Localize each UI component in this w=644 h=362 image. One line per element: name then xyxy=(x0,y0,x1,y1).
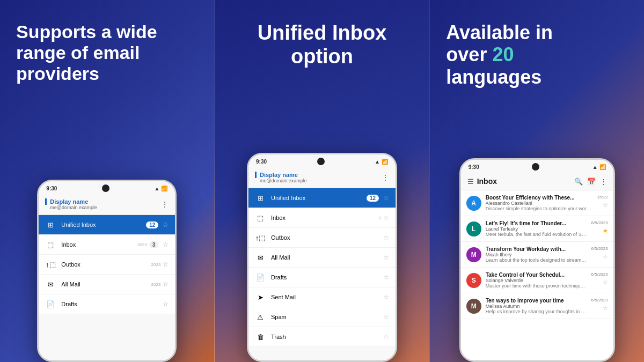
email-sender-3: Solange Valverde xyxy=(486,278,587,283)
spam-star-center[interactable]: ☆ xyxy=(383,313,389,321)
email-star-1[interactable]: ★ xyxy=(603,227,608,234)
panel-left-heading: Supports a wide range of email providers xyxy=(0,0,214,95)
email-time-0: 15:32 xyxy=(597,195,608,200)
status-bar-right: 9:30 ▲ 📶 xyxy=(461,160,613,173)
phone-mockup-center: 9:30 ▲ 📶 Display name me@domain.example … xyxy=(247,153,397,362)
unified-inbox-badge-center: 12 xyxy=(367,195,379,202)
panel-center-heading: Unified Inbox option xyxy=(215,0,429,79)
inbox-label-left: Inbox xyxy=(61,241,137,248)
notch-right xyxy=(532,163,539,171)
email-meta-4: 6/5/2023 ☆ xyxy=(591,298,608,312)
calendar-icon[interactable]: 📅 xyxy=(587,178,596,186)
email-star-0[interactable]: ☆ xyxy=(603,202,608,209)
account-name-center: Display name xyxy=(255,172,307,178)
drawer-header-center: Display name me@domain.example ⋮ xyxy=(248,167,396,188)
status-icons-right: ▲ 📶 xyxy=(592,164,606,170)
email-time-3: 6/5/2023 xyxy=(591,272,608,277)
outbox-icon-left: ↑⬚ xyxy=(45,259,56,270)
email-content-4: Ten ways to improve your time Melissa Au… xyxy=(486,298,587,314)
phone-mockup-right: 9:30 ▲ 📶 ☰ Inbox 🔍 📅 ⋮ xyxy=(459,158,615,362)
inbox-toolbar: ☰ Inbox 🔍 📅 ⋮ xyxy=(461,173,613,190)
drawer-account-center: Display name me@domain.example xyxy=(255,172,307,183)
menu-dots-left[interactable]: ⋮ xyxy=(161,200,169,209)
inbox-star-center[interactable]: ☆ xyxy=(383,214,389,221)
inbox-icon-center: ⬚ xyxy=(255,212,266,223)
drawer-item-inbox-left[interactable]: ⬚ Inbox 2023 3 ☆ xyxy=(39,235,175,255)
phone-mockup-left: 9:30 ▲ 📶 Display name me@domain.example … xyxy=(37,180,177,362)
drawer-item-outbox-left[interactable]: ↑⬚ Outbox 2023 ☆ xyxy=(39,255,175,275)
status-time-center: 9:30 xyxy=(256,159,267,165)
email-preview-4: Help us improve by sharing your thoughts… xyxy=(486,309,587,314)
unified-inbox-star-left[interactable]: ☆ xyxy=(163,221,169,228)
phone-screen-center: 9:30 ▲ 📶 Display name me@domain.example … xyxy=(248,154,396,360)
drawer-item-unified-inbox-center[interactable]: ⊞ Unified Inbox 12 ☆ xyxy=(248,188,396,208)
drawer-item-allmail-left[interactable]: ✉ All Mail 2023 ☆ xyxy=(39,275,175,294)
email-content-0: Boost Your Efficiency with These... Ales… xyxy=(486,195,593,211)
email-star-4[interactable]: ☆ xyxy=(603,305,608,312)
drafts-icon-left: 📄 xyxy=(45,299,56,309)
drafts-icon-center: 📄 xyxy=(255,272,266,283)
drafts-star-left[interactable]: ☆ xyxy=(163,300,169,308)
email-sender-4: Melissa Autumn xyxy=(486,304,587,309)
email-item-0[interactable]: A Boost Your Efficiency with These... Al… xyxy=(461,190,613,216)
menu-dots-center[interactable]: ⋮ xyxy=(382,173,389,182)
drawer-item-outbox-center[interactable]: ↑⬚ Outbox ☆ xyxy=(248,228,396,248)
email-subject-3: Take Control of Your Schedul... xyxy=(486,272,587,278)
email-time-1: 6/5/2023 xyxy=(591,220,608,225)
allmail-star-center[interactable]: ☆ xyxy=(383,254,389,261)
signal-icon-center: 📶 xyxy=(382,159,388,165)
allmail-star-left[interactable]: ☆ xyxy=(163,280,169,288)
unified-inbox-icon-left: ⊞ xyxy=(45,219,56,230)
email-meta-2: 6/5/2023 ☆ xyxy=(591,246,608,260)
email-star-2[interactable]: ☆ xyxy=(603,253,608,260)
status-icons-left: ▲ 📶 xyxy=(154,186,167,191)
email-item-1[interactable]: L Let's Fly! It's time for Thunder... La… xyxy=(461,216,613,242)
accent-number: 20 xyxy=(492,43,514,65)
outbox-star-center[interactable]: ☆ xyxy=(383,234,389,241)
email-sender-1: Laurel Terlesky xyxy=(486,226,587,232)
trash-icon-center: 🗑 xyxy=(255,331,266,342)
email-item-3[interactable]: S Take Control of Your Schedul... Solang… xyxy=(461,268,613,293)
signal-icon-left: 📶 xyxy=(161,186,167,191)
email-meta-3: 6/5/2023 ☆ xyxy=(591,272,608,286)
drafts-star-center[interactable]: ☆ xyxy=(383,274,389,281)
trash-star-center[interactable]: ☆ xyxy=(383,333,389,341)
phone-container-left: 9:30 ▲ 📶 Display name me@domain.example … xyxy=(0,95,214,362)
outbox-star-left[interactable]: ☆ xyxy=(163,261,169,268)
allmail-label-center: All Mail xyxy=(271,254,383,261)
account-email-center: me@domain.example xyxy=(255,178,307,183)
email-star-3[interactable]: ☆ xyxy=(603,279,608,286)
more-icon[interactable]: ⋮ xyxy=(600,178,607,186)
drawer-item-trash-center[interactable]: 🗑 Trash ☆ xyxy=(248,327,396,347)
drawer-item-unified-inbox-left[interactable]: ⊞ Unified Inbox 12 ☆ xyxy=(39,215,175,235)
account-email-left: me@domain.example xyxy=(45,205,97,210)
avatar-1: L xyxy=(466,221,481,237)
email-item-2[interactable]: M Transform Your Workday with... Micah I… xyxy=(461,242,613,268)
email-content-1: Let's Fly! It's time for Thunder... Laur… xyxy=(486,220,587,237)
drawer-item-allmail-center[interactable]: ✉ All Mail ☆ xyxy=(248,248,396,268)
email-item-4[interactable]: M Ten ways to improve your time Melissa … xyxy=(461,293,613,319)
status-bar-center: 9:30 ▲ 📶 xyxy=(248,154,396,167)
email-preview-0: Discover simple strategies to optimize y… xyxy=(486,206,593,211)
unified-inbox-star-center[interactable]: ☆ xyxy=(383,194,389,202)
sentmail-label-center: Sent Mail xyxy=(271,294,383,300)
drawer-item-spam-center[interactable]: ⚠ Spam ☆ xyxy=(248,307,396,327)
inbox-star-left[interactable]: ☆ xyxy=(163,241,169,248)
email-subject-4: Ten ways to improve your time xyxy=(486,298,587,304)
drawer-item-inbox-center[interactable]: ⬚ Inbox 3 ☆ xyxy=(248,208,396,228)
hamburger-icon[interactable]: ☰ xyxy=(467,178,474,186)
avatar-3: S xyxy=(466,273,481,288)
sentmail-star-center[interactable]: ☆ xyxy=(383,293,389,301)
phone-container-center: 9:30 ▲ 📶 Display name me@domain.example … xyxy=(215,79,429,362)
panel-right-heading: Available inover 20languages xyxy=(430,0,644,99)
drawer-item-sentmail-center[interactable]: ➤ Sent Mail ☆ xyxy=(248,287,396,307)
drawer-item-drafts-center[interactable]: 📄 Drafts ☆ xyxy=(248,268,396,287)
toolbar-icons: 🔍 📅 ⋮ xyxy=(574,178,607,186)
allmail-icon-left: ✉ xyxy=(45,279,56,290)
panel-center: ⌂ Unified Inbox option 9:30 ▲ 📶 Display … xyxy=(214,0,430,362)
email-content-3: Take Control of Your Schedul... Solange … xyxy=(486,272,587,289)
phone-screen-left: 9:30 ▲ 📶 Display name me@domain.example … xyxy=(39,181,175,360)
email-subject-1: Let's Fly! It's time for Thunder... xyxy=(486,220,587,226)
search-icon[interactable]: 🔍 xyxy=(574,178,583,186)
drawer-item-drafts-left[interactable]: 📄 Drafts ☆ xyxy=(39,294,175,314)
